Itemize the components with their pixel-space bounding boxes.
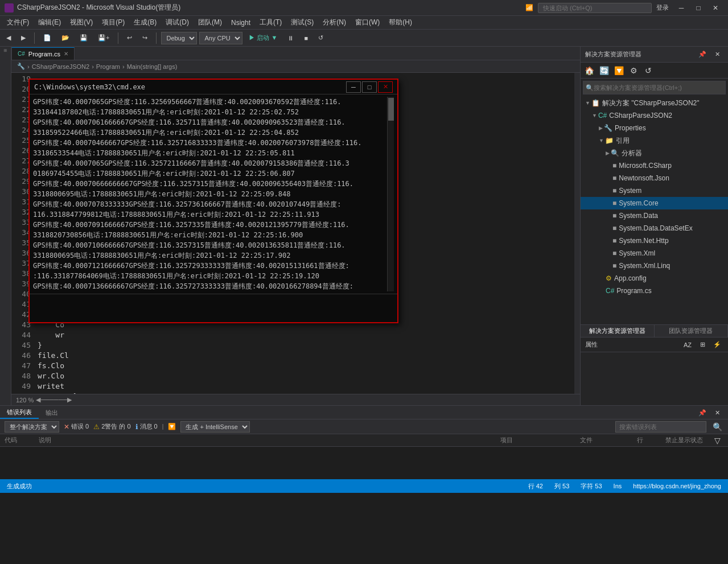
status-website[interactable]: https://blog.csdn.net/jing_zhong [631,483,723,489]
breadcrumb-project-name[interactable]: CSharpParseJSON2 [32,63,90,70]
cmd-close-button[interactable]: ✕ [378,81,393,93]
error-search-input[interactable] [615,421,706,433]
menu-view[interactable]: 视图(V) [65,16,97,29]
build-status[interactable]: 生成成功 [5,482,34,491]
breadcrumb-class[interactable]: Program [96,63,120,70]
zoom-slider[interactable]: ◀──────▶ [36,396,72,404]
debug-mode-select[interactable]: Debug [161,32,197,44]
tree-system-data-dataset[interactable]: ■ System.Data.DataSetEx [581,222,728,234]
tab-close-button[interactable]: ✕ [64,51,68,57]
error-count-label[interactable]: 错误 0 [71,422,89,431]
back-button[interactable]: ◀ [2,31,15,45]
editor-vscrollbar[interactable] [574,73,580,394]
tab-output[interactable]: 输出 [39,406,65,419]
close-button[interactable]: ✕ [708,2,723,14]
properties-more-button[interactable]: ⚡ [711,339,723,351]
properties-az-button[interactable]: AZ [681,339,694,351]
forward-button[interactable]: ▶ [17,31,30,45]
start-button[interactable]: ▶ 启动 ▼ [245,31,281,45]
menu-team[interactable]: 团队(M) [194,16,227,29]
tree-references[interactable]: ▼ 📁 引用 [581,134,728,147]
tab-program-cs[interactable]: C# Program.cs ✕ [11,47,75,60]
menu-help[interactable]: 帮助(H) [384,16,417,29]
tree-system-core[interactable]: ■ System.Core [581,197,728,209]
error-filter-button[interactable]: ▽ [711,434,723,447]
build-intellisense-select[interactable]: 生成 + IntelliSense [180,421,250,433]
new-file-button[interactable]: 📄 [39,31,55,45]
tree-microsoft-csharp[interactable]: ■ Microsoft.CSharp [581,159,728,172]
error-search-button[interactable]: 🔍 [711,421,723,433]
status-line[interactable]: 行 42 [526,482,545,491]
menu-project[interactable]: 项目(P) [97,16,129,29]
menu-edit[interactable]: 编辑(E) [34,16,65,29]
menu-tools[interactable]: 工具(T) [255,16,286,29]
zoom-level[interactable]: 120 % [16,397,34,404]
sidebar-header: 解决方案资源管理器 📌 ✕ [581,47,728,63]
open-button[interactable]: 📂 [57,31,73,45]
stop-button[interactable]: ■ [300,31,312,45]
bottom-panel-pin-button[interactable]: 📌 [696,406,709,419]
tree-solution[interactable]: ▼ 📋 解决方案 "CSharpParseJSON2" [581,97,728,109]
breadcrumb-method[interactable]: Main(string[] args) [127,63,178,70]
tree-system[interactable]: ■ System [581,184,728,197]
tree-properties[interactable]: ▶ 🔧 Properties [581,122,728,134]
bottom-panel-close-button[interactable]: ✕ [711,406,723,419]
tree-system-xml[interactable]: ■ System.Xml [581,247,728,260]
status-col[interactable]: 列 53 [552,482,571,491]
info-count-label[interactable]: 消息 0 [140,422,158,431]
cmd-maximize-button[interactable]: □ [362,81,377,93]
sidebar-filter-button[interactable]: 🔽 [612,64,625,77]
restart-button[interactable]: ↺ [314,31,327,45]
warning-count-label[interactable]: 2警告 的 0 [101,422,130,431]
sidebar-refresh-button[interactable]: ↺ [642,64,655,77]
tree-app-config[interactable]: ⚙ App.config [581,272,728,285]
maximize-button[interactable]: □ [690,2,706,14]
properties-grid-button[interactable]: ⊞ [696,339,709,351]
error-list-header: 代码 说明 项目 文件 行 禁止显示状态 ▽ [0,434,728,447]
attach-button[interactable]: ⏸ [283,31,298,45]
minimize-button[interactable]: ─ [673,2,689,14]
sidebar-settings-button[interactable]: ⚙ [627,64,640,77]
tab-error-list[interactable]: 错误列表 [0,406,39,419]
menu-debug[interactable]: 调试(D) [161,16,194,29]
sidebar-search-input[interactable] [594,84,723,91]
menu-nsight[interactable]: Nsight [227,16,255,29]
platform-select[interactable]: Any CPU [199,32,242,44]
sidebar-close-button[interactable]: ✕ [711,48,723,61]
undo-button[interactable]: ↩ [123,31,136,45]
main-layout: ≡ C# Program.cs ✕ 🔧 › CSharpParseJSON2 ›… [0,47,728,405]
sidebar-tab-team[interactable]: 团队资源管理器 [655,325,729,337]
error-scope-select[interactable]: 整个解决方案 [5,421,59,433]
cmd-text[interactable]: GPS纬度:40.0007065GPS经度:116.32569566667普通纬… [33,97,387,291]
status-insert-mode[interactable]: Ins [611,483,624,489]
cmd-minimize-button[interactable]: ─ [346,81,361,93]
save-button[interactable]: 💾 [76,31,92,45]
tree-system-xml-linq[interactable]: ■ System.Xml.Linq [581,260,728,272]
quick-launch-input[interactable] [538,3,652,13]
tree-program-cs[interactable]: C# Program.cs [581,285,728,297]
sidebar-home-button[interactable]: 🏠 [583,64,595,77]
menu-window[interactable]: 窗口(W) [351,16,384,29]
sidebar-pin-button[interactable]: 📌 [696,48,709,61]
login-button[interactable]: 登录 [656,3,669,12]
save-all-button[interactable]: 💾+ [94,31,113,45]
menu-test[interactable]: 测试(S) [286,16,318,29]
cmd-window[interactable]: C:\Windows\system32\cmd.exe ─ □ ✕ GPS纬度:… [28,79,398,323]
redo-button[interactable]: ↪ [138,31,151,45]
menu-analyze[interactable]: 分析(N) [318,16,351,29]
filter-icon[interactable]: 🔽 [168,423,176,430]
solution-explorer-toggle[interactable]: ≡ [2,49,9,52]
menu-file[interactable]: 文件(F) [2,16,34,29]
cmd-scrollbar[interactable] [387,97,394,291]
tree-newtonsoft[interactable]: ■ Newtonsoft.Json [581,172,728,184]
sidebar-tab-solution[interactable]: 解决方案资源管理器 [581,325,655,337]
breadcrumb-project[interactable]: 🔧 [17,63,25,70]
tree-system-data[interactable]: ■ System.Data [581,209,728,222]
tree-project[interactable]: ▼ C# CSharpParseJSON2 [581,109,728,122]
tree-system-net-http[interactable]: ■ System.Net.Http [581,234,728,247]
cmd-scrollbar-thumb[interactable] [388,98,394,121]
menu-build[interactable]: 生成(B) [129,16,161,29]
sidebar-sync-button[interactable]: 🔄 [598,64,610,77]
tree-analyzer[interactable]: ▶ 🔍 分析器 [581,147,728,159]
status-char[interactable]: 字符 53 [578,482,604,491]
